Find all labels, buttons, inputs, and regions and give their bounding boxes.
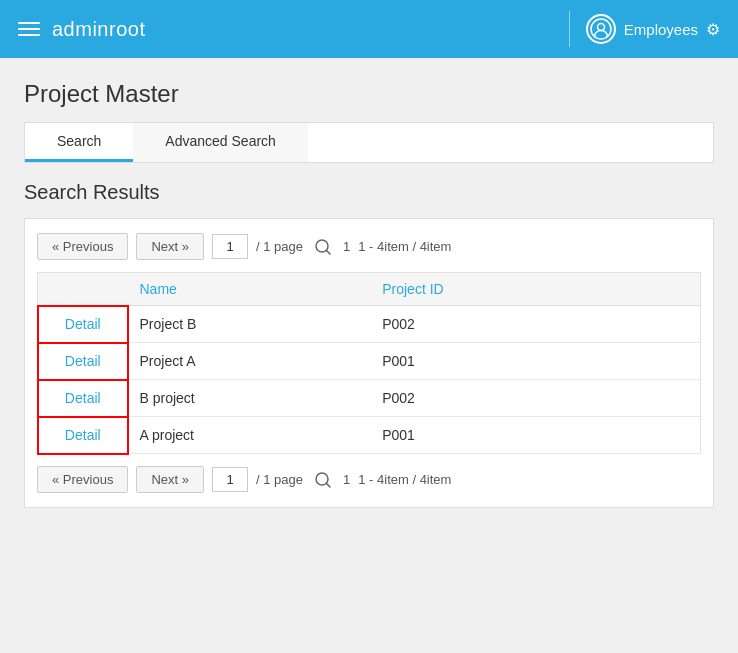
extra-cell — [627, 306, 701, 343]
page-content: Project Master Search Advanced Search Se… — [0, 58, 738, 653]
tab-search[interactable]: Search — [25, 123, 133, 162]
tabs-container: Search Advanced Search — [24, 122, 714, 163]
results-panel: « Previous Next » / 1 page 1 1 - 4item /… — [24, 218, 714, 508]
avatar-icon — [586, 14, 616, 44]
page-num-top: 1 — [343, 239, 350, 254]
page-num-bottom: 1 — [343, 472, 350, 487]
action-cell: Detail — [38, 343, 128, 380]
project-id-cell: P002 — [370, 306, 627, 343]
prev-button-bottom[interactable]: « Previous — [37, 466, 128, 493]
project-id-cell: P001 — [370, 343, 627, 380]
pagination-bottom: « Previous Next » / 1 page 1 1 - 4item /… — [37, 466, 701, 493]
name-cell: Project A — [128, 343, 371, 380]
col-action — [38, 273, 128, 306]
pagination-top: « Previous Next » / 1 page 1 1 - 4item /… — [37, 233, 701, 260]
count-top: 1 - 4item / 4item — [358, 239, 451, 254]
col-project-id: Project ID — [370, 273, 627, 306]
detail-button[interactable]: Detail — [59, 314, 107, 334]
project-id-cell: P002 — [370, 380, 627, 417]
hamburger-menu[interactable] — [18, 22, 40, 36]
results-title: Search Results — [24, 181, 714, 204]
table-row: DetailB projectP002 — [38, 380, 701, 417]
detail-button[interactable]: Detail — [59, 425, 107, 445]
header-divider — [569, 11, 570, 47]
header-left: adminroot — [18, 18, 553, 41]
search-icon-bottom[interactable] — [311, 468, 335, 492]
detail-button[interactable]: Detail — [59, 388, 107, 408]
extra-cell — [627, 343, 701, 380]
employees-label: Employees — [624, 21, 698, 38]
total-pages-top: / 1 page — [256, 239, 303, 254]
project-id-cell: P001 — [370, 417, 627, 454]
action-cell: Detail — [38, 306, 128, 343]
action-cell: Detail — [38, 380, 128, 417]
next-button-top[interactable]: Next » — [136, 233, 204, 260]
table-row: DetailProject AP001 — [38, 343, 701, 380]
data-table: Name Project ID DetailProject BP002Detai… — [37, 272, 701, 454]
search-icon-top[interactable] — [311, 235, 335, 259]
user-menu[interactable]: Employees ⚙ — [586, 14, 720, 44]
prev-button-top[interactable]: « Previous — [37, 233, 128, 260]
tab-advanced-search[interactable]: Advanced Search — [133, 123, 308, 162]
app-header: adminroot Employees ⚙ — [0, 0, 738, 58]
table-header-row: Name Project ID — [38, 273, 701, 306]
total-pages-bottom: / 1 page — [256, 472, 303, 487]
extra-cell — [627, 417, 701, 454]
action-cell: Detail — [38, 417, 128, 454]
table-row: DetailA projectP001 — [38, 417, 701, 454]
col-name: Name — [128, 273, 371, 306]
detail-button[interactable]: Detail — [59, 351, 107, 371]
svg-line-3 — [327, 250, 331, 254]
name-cell: A project — [128, 417, 371, 454]
app-title: adminroot — [52, 18, 145, 41]
page-title: Project Master — [24, 80, 714, 108]
svg-point-1 — [597, 24, 604, 31]
count-bottom: 1 - 4item / 4item — [358, 472, 451, 487]
page-input-top[interactable] — [212, 234, 248, 259]
col-extra — [627, 273, 701, 306]
svg-line-5 — [327, 483, 331, 487]
table-row: DetailProject BP002 — [38, 306, 701, 343]
name-cell: B project — [128, 380, 371, 417]
page-input-bottom[interactable] — [212, 467, 248, 492]
extra-cell — [627, 380, 701, 417]
next-button-bottom[interactable]: Next » — [136, 466, 204, 493]
name-cell: Project B — [128, 306, 371, 343]
gear-icon[interactable]: ⚙ — [706, 20, 720, 39]
